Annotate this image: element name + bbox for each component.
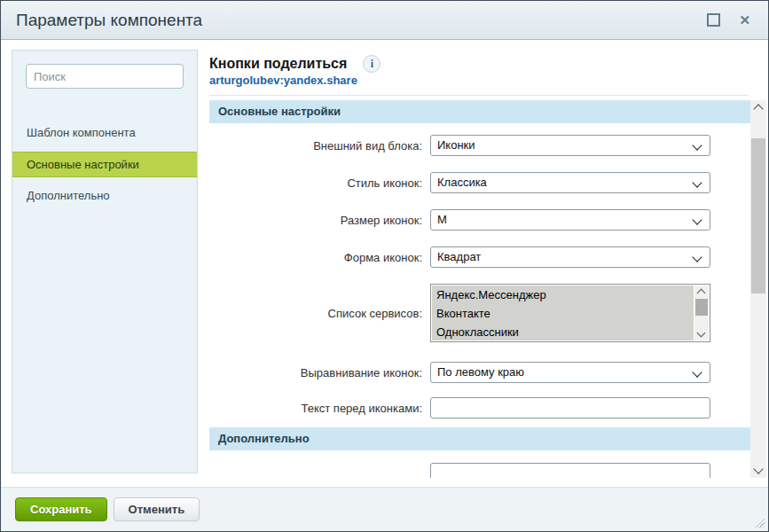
cutoff-input[interactable] [430, 463, 710, 478]
select-value: Иконки [437, 138, 475, 152]
window-controls: ✕ [707, 13, 750, 27]
services-listbox[interactable]: Яндекс.Мессенджер Вконтакте Одноклассник… [430, 284, 710, 342]
sidebar-menu: Шаблон компонента Основные настройки Доп… [12, 121, 197, 208]
section-title: Основные настройки [218, 105, 341, 118]
main-panel: Кнопки поделиться i arturgolubev:yandex.… [209, 41, 768, 531]
dialog-title: Параметры компонента [16, 11, 202, 30]
field-label: Внешний вид блока: [209, 139, 430, 153]
sidebar: Шаблон компонента Основные настройки Доп… [12, 50, 198, 473]
listbox-option[interactable]: Яндекс.Мессенджер [432, 286, 694, 304]
text-before-icons-input[interactable] [430, 397, 710, 419]
icon-size-select[interactable]: M [430, 209, 710, 231]
field-label: Форма иконок: [209, 251, 430, 264]
field-label: Выравнивание иконок: [209, 366, 430, 379]
field-label: Стиль иконок: [209, 176, 430, 190]
form-row: Внешний вид блока: Иконки [209, 135, 750, 156]
component-link[interactable]: arturgolubev:yandex.share [209, 73, 768, 88]
section-header-additional: Дополнительно [209, 427, 750, 450]
chevron-down-icon [692, 367, 702, 377]
scroll-down-icon[interactable] [753, 464, 763, 473]
sidebar-item-label: Шаблон компонента [27, 126, 136, 139]
field-label: Текст перед иконками: [209, 402, 430, 415]
sidebar-item-template[interactable]: Шаблон компонента [12, 121, 197, 145]
save-button[interactable]: Сохранить [15, 497, 107, 521]
select-value: M [437, 213, 447, 226]
scroll-up-icon[interactable] [697, 289, 706, 298]
form-row: Стиль иконок: Классика [209, 172, 750, 193]
sidebar-item-additional[interactable]: Дополнительно [12, 184, 197, 208]
listbox-option[interactable]: Одноклассники [432, 323, 694, 340]
chevron-down-icon [692, 140, 702, 150]
form-row: Форма иконок: Квадрат [209, 246, 750, 268]
chevron-down-icon [692, 252, 702, 262]
dialog-content: Шаблон компонента Основные настройки Доп… [1, 41, 768, 531]
select-value: Классика [437, 176, 487, 189]
dialog-titlebar: Параметры компонента ✕ [1, 1, 768, 40]
field-label: Список сервисов: [209, 307, 430, 320]
maximize-icon[interactable] [707, 13, 720, 27]
form-row-cutoff [209, 463, 750, 478]
select-value: По левому краю [437, 365, 524, 379]
icon-style-select[interactable]: Классика [430, 172, 710, 193]
icon-shape-select[interactable]: Квадрат [430, 246, 710, 268]
form-row: Список сервисов: Яндекс.Мессенджер Вконт… [209, 284, 750, 342]
listbox-scrollbar[interactable] [694, 286, 709, 340]
chevron-down-icon [692, 177, 702, 187]
section-header-main: Основные настройки [209, 100, 750, 123]
scroll-up-icon[interactable] [753, 104, 763, 113]
page-header: Кнопки поделиться i [209, 41, 768, 73]
form-row: Выравнивание иконок: По левому краю [209, 362, 750, 383]
header-divider [209, 95, 749, 96]
block-appearance-select[interactable]: Иконки [430, 135, 710, 156]
listbox-scroll-thumb[interactable] [695, 299, 708, 316]
sidebar-item-label: Основные настройки [27, 158, 139, 171]
settings-scrollbar[interactable] [750, 100, 766, 478]
sidebar-item-label: Дополнительно [27, 189, 110, 202]
select-value: Квадрат [437, 250, 481, 263]
chevron-down-icon [692, 215, 702, 224]
icon-alignment-select[interactable]: По левому краю [430, 362, 710, 383]
close-icon[interactable]: ✕ [739, 13, 750, 27]
component-parameters-dialog: Параметры компонента ✕ Шаблон компонента… [0, 0, 769, 532]
dialog-footer: Сохранить Отменить [1, 487, 768, 531]
form-row: Размер иконок: M [209, 209, 750, 231]
listbox-options: Яндекс.Мессенджер Вконтакте Одноклассник… [432, 286, 694, 340]
info-icon[interactable]: i [363, 55, 381, 73]
form-row: Текст перед иконками: [209, 397, 750, 419]
listbox-option[interactable]: Вконтакте [432, 304, 694, 323]
search-input[interactable] [26, 64, 184, 89]
page-title: Кнопки поделиться [209, 55, 347, 73]
scroll-down-icon[interactable] [697, 329, 706, 338]
cancel-button[interactable]: Отменить [114, 497, 200, 521]
settings-scroll-area: Основные настройки Внешний вид блока: Ик… [209, 100, 750, 478]
sidebar-item-main-settings[interactable]: Основные настройки [12, 152, 197, 177]
section-title: Дополнительно [218, 432, 310, 445]
settings-scroll-thumb[interactable] [751, 138, 765, 293]
field-label: Размер иконок: [209, 214, 430, 227]
